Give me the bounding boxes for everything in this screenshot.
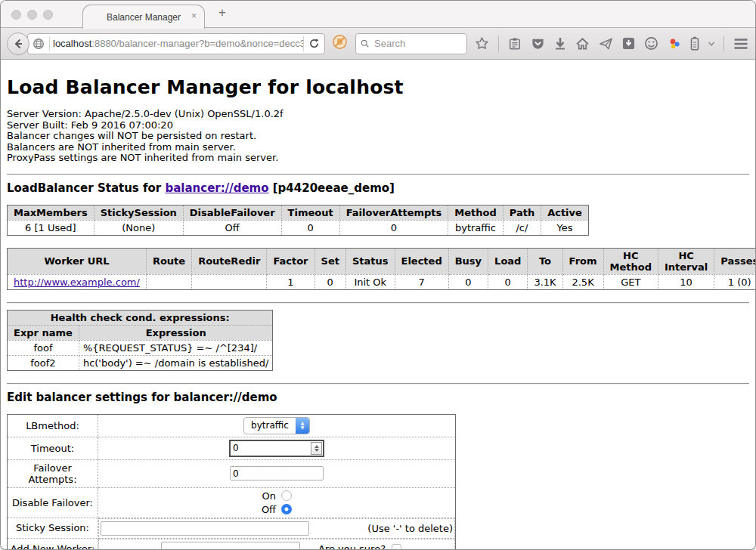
table-cell: bytraffic [448, 220, 503, 235]
add-new-worker-row: Add New Worker: Are you sure? [8, 539, 456, 550]
health-check-table: Health check cond. expressions: Expr nam… [7, 310, 273, 371]
toolbar-separator [498, 36, 499, 52]
table-cell: 1 [267, 274, 314, 289]
toolbar-separator [723, 36, 724, 52]
number-spinner-icon[interactable] [311, 442, 322, 455]
table-cell: 0 [314, 274, 345, 289]
pocket-icon[interactable] [531, 37, 545, 51]
toolbar-icons [475, 36, 755, 52]
bookmarks-list-icon[interactable] [508, 37, 522, 51]
search-input[interactable] [373, 37, 462, 50]
site-identity-button[interactable] [28, 34, 49, 54]
failover-attempts-label: Failover Attempts: [8, 459, 98, 487]
table-cell: /c/ [503, 220, 541, 235]
lbmethod-select[interactable]: bytraffic ▲▼ [243, 417, 310, 434]
page-title: Load Balancer Manager for localhost [7, 76, 749, 98]
lbmethod-selected-value: bytraffic [244, 420, 296, 431]
zoom-window-button[interactable] [43, 10, 53, 20]
balancer-table-header-row: MaxMembersStickySessionDisableFailoverTi… [8, 205, 589, 220]
new-tab-button[interactable]: + [218, 5, 226, 20]
smiley-extension-icon[interactable] [644, 36, 658, 51]
disable-failover-on-radio[interactable] [281, 490, 292, 501]
table-cell: hc('body') =~ /domain is established/ [79, 355, 273, 370]
table-header-cell: Path [503, 205, 541, 220]
table-header-cell: DisableFailover [183, 205, 281, 220]
table-cell: 10 [658, 274, 714, 289]
home-icon[interactable] [575, 37, 590, 51]
disable-failover-cell: On Off [98, 487, 456, 518]
table-header-cell: Expression [79, 325, 273, 340]
table-header-cell: Expr name [8, 325, 79, 340]
table-cell: 0 [488, 274, 528, 289]
table-cell: 2.5K [562, 274, 603, 289]
search-bar[interactable] [355, 33, 467, 54]
timeout-label: Timeout: [8, 437, 98, 459]
minimize-window-button[interactable] [27, 10, 37, 20]
timeout-cell: 0 [98, 437, 456, 459]
back-arrow-icon [12, 38, 24, 50]
proxypass-note: ProxyPass settings are NOT inherited fro… [7, 153, 749, 164]
table-header-cell: RouteRedir [192, 248, 267, 274]
server-built: Server Built: Feb 9 2016 07:00:20 [7, 120, 749, 131]
table-cell: 0 [281, 220, 339, 235]
page-content: Load Balancer Manager for localhost Serv… [1, 60, 755, 549]
table-cell: foof2 [8, 355, 79, 370]
worker-url-cell: http://www.example.com/ [8, 274, 147, 289]
timeout-input[interactable]: 0 [229, 440, 324, 457]
table-cell: GET [603, 274, 658, 289]
table-header-cell: Elected [395, 248, 448, 274]
table-header-cell: Method [448, 205, 503, 220]
inherit-note: Balancers are NOT inherited from main se… [7, 142, 749, 153]
battery-extension-icon[interactable] [690, 36, 699, 51]
worker-url-link[interactable]: http://www.example.com/ [14, 277, 140, 288]
reload-button[interactable] [304, 34, 324, 54]
table-cell: 6 [1 Used] [8, 220, 94, 235]
are-you-sure-checkbox[interactable] [392, 544, 401, 550]
timeout-value: 0 [231, 443, 311, 453]
navigation-toolbar: localhost:8880/balancer-manager?b=demo&n… [1, 28, 755, 60]
table-cell: 3.1K [528, 274, 562, 289]
url-host: localhost [53, 38, 91, 49]
table-cell: 0 [339, 220, 448, 235]
server-info: Server Version: Apache/2.5.0-dev (Unix) … [7, 109, 749, 164]
lbmethod-row: LBmethod: bytraffic ▲▼ [8, 414, 456, 437]
downloads-icon[interactable] [554, 37, 566, 51]
failover-attempts-input[interactable] [230, 466, 324, 480]
close-window-button[interactable] [11, 10, 21, 20]
server-version: Server Version: Apache/2.5.0-dev (Unix) … [7, 109, 749, 120]
url-input[interactable]: localhost:8880/balancer-manager?b=demo&n… [50, 38, 303, 49]
balancer-table-row: 6 [1 Used](None)Off00bytraffic/c/Yes [8, 220, 589, 235]
download-panel-icon[interactable] [622, 37, 635, 50]
sticky-session-input[interactable] [101, 521, 309, 536]
add-new-worker-label: Add New Worker: [8, 539, 98, 550]
add-new-worker-cell: Are you sure? [98, 539, 455, 550]
url-bar[interactable]: localhost:8880/balancer-manager?b=demo&n… [27, 33, 325, 54]
table-cell: Yes [541, 220, 589, 235]
back-button[interactable] [7, 32, 29, 55]
table-header-cell: To [528, 248, 562, 274]
table-header-cell: Passes [714, 248, 755, 274]
menu-hamburger-icon[interactable] [733, 38, 748, 50]
sticky-session-label: Sticky Session: [8, 518, 98, 539]
sticky-session-row: Sticky Session: (Use '-' to delete) [8, 518, 456, 539]
tab-balancer-manager[interactable]: Balancer Manager × [82, 5, 205, 29]
search-icon [361, 39, 369, 48]
table-cell: foof [8, 340, 79, 355]
disable-failover-label: Disable Failover: [8, 487, 98, 518]
divider [7, 174, 749, 175]
content-blocker-icon[interactable] [332, 34, 348, 53]
send-page-icon[interactable] [599, 37, 613, 51]
table-header-cell: FailoverAttempts [339, 205, 448, 220]
window-controls [11, 10, 53, 20]
colored-dots-extension-icon[interactable] [668, 37, 681, 51]
divider [7, 302, 749, 304]
are-you-sure-label: Are you sure? [318, 543, 386, 550]
disable-failover-off-radio[interactable] [281, 504, 292, 514]
tab-close-icon[interactable]: × [191, 11, 197, 20]
balancer-demo-link[interactable]: balancer://demo [165, 181, 268, 195]
overflow-caret-icon[interactable] [708, 42, 714, 46]
edit-settings-heading: Edit balancer settings for balancer://de… [7, 391, 749, 404]
bookmark-star-icon[interactable] [475, 36, 489, 51]
add-new-worker-input[interactable] [161, 542, 300, 550]
globe-icon [33, 38, 45, 50]
